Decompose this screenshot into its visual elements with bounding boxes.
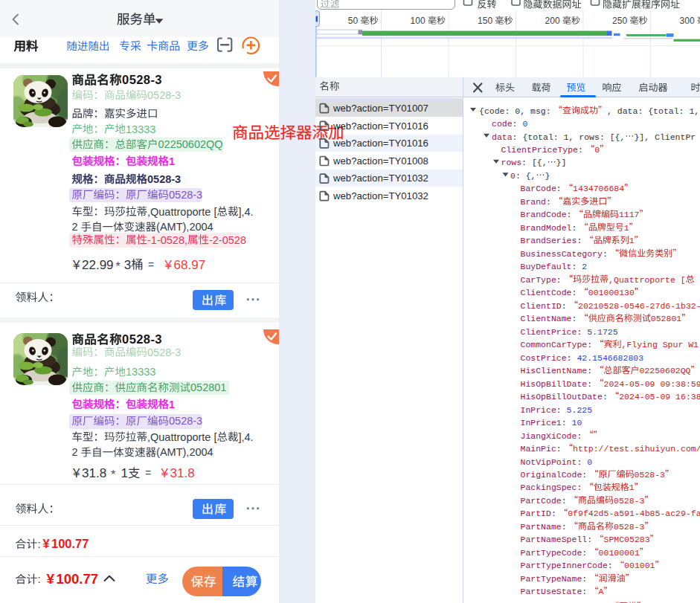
svg-text:0528-3: 0528-3 xyxy=(122,73,162,86)
svg-text:200: 200 xyxy=(545,16,560,26)
svg-text:Brand: Brand xyxy=(521,197,547,207)
svg-text:,Quattroporte: ,Quattroporte xyxy=(147,431,211,443)
svg-text:100.77: 100.77 xyxy=(57,571,99,587)
svg-text:150: 150 xyxy=(478,16,492,26)
svg-text:5.225: 5.225 xyxy=(567,405,593,415)
svg-text:SPMC05283: SPMC05283 xyxy=(604,535,650,544)
svg-text::: : xyxy=(578,145,583,155)
svg-text:250: 250 xyxy=(612,16,627,26)
svg-text:0: 0 xyxy=(522,119,527,129)
svg-text:web?action=TY01032: web?action=TY01032 xyxy=(333,190,428,201)
svg-text::: : xyxy=(577,236,582,245)
svg-text:-2-0528: -2-0528 xyxy=(209,234,246,246)
svg-text:web?action=TY01016: web?action=TY01016 xyxy=(333,138,428,149)
svg-text:code: code xyxy=(492,119,513,129)
svg-text:¥: ¥ xyxy=(72,258,80,272)
svg-text:ClientID: ClientID xyxy=(521,301,562,311)
svg-text::: : xyxy=(513,132,518,142)
svg-text:data: data xyxy=(492,132,513,142)
svg-text:BusinessCategory: BusinessCategory xyxy=(521,249,603,259)
svg-text::: : xyxy=(562,522,567,532)
svg-text:{total:: {total: xyxy=(522,132,558,142)
svg-text::: : xyxy=(577,483,582,492)
svg-text:,: , xyxy=(607,106,612,116)
svg-text:PartTypeName: PartTypeName xyxy=(521,574,582,584)
svg-text:http://test.sihuiyun.com/: http://test.sihuiyun.com/ xyxy=(573,444,700,454)
svg-text:¥: ¥ xyxy=(164,258,173,272)
svg-text:1: 1 xyxy=(629,483,635,492)
svg-text:0528-3: 0528-3 xyxy=(147,346,181,358)
svg-text:02250602QQ: 02250602QQ xyxy=(640,366,691,375)
svg-text:ClientPrice: ClientPrice xyxy=(521,327,577,337)
svg-text:100: 100 xyxy=(411,16,426,26)
svg-text:HisOpBillOutDate: HisOpBillOutDate xyxy=(521,392,603,402)
svg-text:10: 10 xyxy=(572,418,582,428)
svg-text:5.1725: 5.1725 xyxy=(587,327,618,337)
svg-text:2: 2 xyxy=(582,262,587,271)
svg-text:A: A xyxy=(599,587,604,596)
svg-text:CommonCarType: CommonCarType xyxy=(521,340,588,349)
svg-text:BrandCode: BrandCode xyxy=(521,210,567,219)
svg-text:13333: 13333 xyxy=(126,123,155,135)
svg-text:BrandModel: BrandModel xyxy=(521,223,572,233)
svg-text:0528-3: 0528-3 xyxy=(614,496,645,506)
svg-text:rows:: rows: xyxy=(579,132,605,142)
svg-text:PartName: PartName xyxy=(521,522,562,532)
svg-text::: : xyxy=(37,573,40,585)
svg-text:HisOpBillDate: HisOpBillDate xyxy=(521,379,588,389)
svg-text:0: 0 xyxy=(594,145,600,155)
svg-text:[: [ xyxy=(681,275,686,285)
svg-text:msg:: msg: xyxy=(530,106,551,116)
svg-text:}]: }] xyxy=(556,158,567,167)
svg-text:[{,: [{, xyxy=(532,158,548,167)
svg-text:],4.: ],4. xyxy=(239,206,254,218)
svg-text:(AMT),2004: (AMT),2004 xyxy=(156,446,213,458)
svg-text:31.8: 31.8 xyxy=(82,466,106,480)
svg-text:}],: }], xyxy=(634,132,649,142)
svg-text::: : xyxy=(587,340,592,349)
svg-text:PartNameSpell: PartNameSpell xyxy=(521,535,588,544)
svg-text::: : xyxy=(551,509,556,518)
svg-text:1: 1 xyxy=(169,155,175,167)
svg-text::: : xyxy=(587,366,592,375)
svg-text::: : xyxy=(608,561,613,570)
svg-text::: : xyxy=(546,197,551,207)
svg-text:3: 3 xyxy=(124,258,131,272)
svg-text:{total:: {total: xyxy=(648,106,684,116)
svg-text:20210528-0546-27d6-1b32-: 20210528-0546-27d6-1b32- xyxy=(578,301,700,311)
svg-text::: : xyxy=(582,587,587,596)
svg-text::: : xyxy=(562,496,567,506)
svg-text:BrandSeries: BrandSeries xyxy=(521,236,577,245)
svg-text::: : xyxy=(603,392,608,402)
svg-text:NotVipPoint: NotVipPoint xyxy=(521,457,577,467)
svg-text:001000130: 001000130 xyxy=(588,288,635,297)
svg-text:web?action=TY01008: web?action=TY01008 xyxy=(333,155,428,167)
svg-text:0528-3: 0528-3 xyxy=(614,522,645,532)
svg-text:¥: ¥ xyxy=(161,466,169,480)
svg-text:0: 0 xyxy=(587,457,592,467)
svg-text:rows: rows xyxy=(501,158,522,167)
svg-text::: : xyxy=(567,353,572,363)
svg-text:=: = xyxy=(148,259,154,271)
svg-text:¥: ¥ xyxy=(47,571,55,587)
svg-text:1: 1 xyxy=(169,399,175,410)
svg-text:=: = xyxy=(145,467,151,479)
svg-text:PackingSpec: PackingSpec xyxy=(521,483,577,492)
svg-text:CostPrice: CostPrice xyxy=(521,353,567,363)
svg-text::: : xyxy=(37,538,40,550)
svg-text:HisClientName: HisClientName xyxy=(521,366,588,375)
svg-text::: : xyxy=(516,171,521,181)
svg-text:[: [ xyxy=(214,206,217,218)
svg-text:1: 1 xyxy=(121,466,128,480)
svg-text:052801: 052801 xyxy=(651,314,682,323)
svg-text:0528-3: 0528-3 xyxy=(169,189,202,201)
svg-text::: : xyxy=(587,379,592,389)
svg-text:OriginalCode: OriginalCode xyxy=(521,470,582,480)
svg-text:16:38: 16:38 xyxy=(675,392,700,402)
svg-text:1434706684: 1434706684 xyxy=(573,184,624,193)
svg-text::: : xyxy=(572,314,577,323)
svg-text:W1: W1 xyxy=(688,340,699,349)
svg-text:68.97: 68.97 xyxy=(174,258,206,272)
svg-text:0528-3: 0528-3 xyxy=(147,89,181,101)
svg-text:web?action=TY01007: web?action=TY01007 xyxy=(333,103,428,114)
